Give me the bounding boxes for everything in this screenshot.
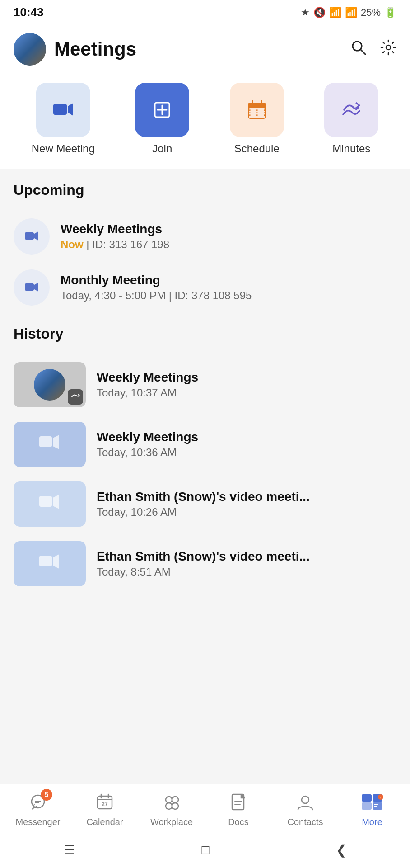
status-time: 10:43 bbox=[14, 5, 44, 19]
mute-icon: 🔇 bbox=[313, 7, 326, 19]
workplace-icon bbox=[160, 791, 183, 814]
video-thumb-icon bbox=[38, 553, 61, 575]
recent-apps-button[interactable]: ☰ bbox=[64, 843, 75, 858]
history-name: Weekly Meetings bbox=[97, 430, 396, 444]
search-icon[interactable] bbox=[350, 39, 367, 60]
svg-point-2 bbox=[386, 45, 391, 50]
svg-rect-18 bbox=[39, 436, 52, 447]
status-bar: 10:43 ★ 🔇 📶 📶 25% 🔋 bbox=[0, 0, 410, 25]
history-time: Today, 10:26 AM bbox=[97, 506, 396, 519]
minutes-label: Minutes bbox=[332, 142, 370, 155]
nav-item-workplace[interactable]: Workplace bbox=[149, 791, 194, 827]
svg-marker-17 bbox=[34, 283, 38, 292]
new-meeting-button[interactable] bbox=[36, 83, 90, 137]
now-badge: Now bbox=[61, 238, 84, 250]
meeting-datetime: Today, 4:30 - 5:00 PM bbox=[61, 289, 166, 302]
history-info: Ethan Smith (Snow)'s video meeti... Toda… bbox=[97, 490, 396, 519]
docs-icon bbox=[227, 791, 250, 814]
page-title: Meetings bbox=[54, 38, 136, 60]
meeting-name: Monthly Meeting bbox=[61, 273, 396, 288]
svg-marker-23 bbox=[53, 554, 59, 569]
history-section: History bbox=[0, 313, 410, 355]
new-meeting-action[interactable]: New Meeting bbox=[32, 83, 95, 155]
upcoming-section: Upcoming bbox=[0, 169, 410, 211]
quick-actions: New Meeting Join ⋮⋮⋮ Schedule bbox=[0, 74, 410, 169]
avatar[interactable] bbox=[14, 33, 46, 66]
schedule-label: Schedule bbox=[234, 142, 280, 155]
svg-rect-42 bbox=[362, 802, 372, 810]
messenger-badge: 5 bbox=[41, 789, 52, 801]
svg-text:✓: ✓ bbox=[379, 796, 382, 800]
svg-rect-40 bbox=[362, 794, 372, 802]
svg-marker-21 bbox=[53, 495, 59, 509]
messenger-icon: 5 bbox=[26, 791, 50, 814]
upcoming-list: Weekly Meetings Now | ID: 313 167 198 Mo… bbox=[0, 211, 410, 313]
history-name: Weekly Meetings bbox=[97, 370, 396, 385]
more-label: More bbox=[362, 817, 382, 827]
svg-point-33 bbox=[172, 797, 178, 803]
history-thumbnail bbox=[14, 422, 86, 467]
upcoming-item[interactable]: Monthly Meeting Today, 4:30 - 5:00 PM | … bbox=[14, 262, 396, 313]
nav-item-calendar[interactable]: 27 Calendar bbox=[82, 791, 127, 827]
minutes-button[interactable] bbox=[324, 83, 378, 137]
main-content: Upcoming Weekly Meetings Now | ID: 313 1… bbox=[0, 169, 410, 698]
history-item[interactable]: Ethan Smith (Snow)'s video meeti... Toda… bbox=[14, 474, 396, 534]
history-title: History bbox=[14, 326, 396, 342]
svg-point-35 bbox=[172, 803, 178, 809]
schedule-button[interactable]: ⋮⋮⋮ bbox=[230, 83, 284, 137]
video-thumb-icon bbox=[38, 493, 61, 515]
svg-marker-19 bbox=[53, 435, 59, 449]
svg-line-1 bbox=[361, 50, 365, 54]
status-icons: ★ 🔇 📶 📶 25% 🔋 bbox=[301, 7, 396, 19]
schedule-action[interactable]: ⋮⋮⋮ Schedule bbox=[230, 83, 284, 155]
meeting-separator: | bbox=[169, 289, 175, 302]
home-button[interactable]: □ bbox=[202, 843, 210, 857]
history-info: Weekly Meetings Today, 10:37 AM bbox=[97, 370, 396, 399]
history-item[interactable]: Weekly Meetings Today, 10:37 AM bbox=[14, 355, 396, 415]
history-name: Ethan Smith (Snow)'s video meeti... bbox=[97, 490, 396, 504]
join-label: Join bbox=[152, 142, 172, 155]
history-item[interactable]: Weekly Meetings Today, 10:36 AM bbox=[14, 415, 396, 474]
svg-rect-16 bbox=[25, 283, 34, 291]
nav-item-more[interactable]: ✓ More bbox=[349, 791, 395, 827]
history-list: Weekly Meetings Today, 10:37 AM Weekly M… bbox=[0, 355, 410, 594]
svg-point-32 bbox=[166, 797, 172, 803]
svg-rect-14 bbox=[25, 232, 34, 240]
svg-text:⋮⋮⋮: ⋮⋮⋮ bbox=[246, 109, 268, 117]
svg-rect-9 bbox=[248, 103, 266, 109]
meeting-info: Weekly Meetings Now | ID: 313 167 198 bbox=[61, 222, 396, 251]
upcoming-item[interactable]: Weekly Meetings Now | ID: 313 167 198 bbox=[14, 211, 396, 262]
contacts-icon bbox=[294, 791, 317, 814]
join-action[interactable]: Join bbox=[135, 83, 189, 155]
svg-rect-20 bbox=[39, 496, 52, 507]
join-button[interactable] bbox=[135, 83, 189, 137]
history-time: Today, 10:36 AM bbox=[97, 446, 396, 459]
history-thumbnail bbox=[14, 481, 86, 527]
wifi-icon: 📶 bbox=[329, 7, 341, 19]
nav-item-messenger[interactable]: 5 Messenger bbox=[15, 791, 61, 827]
docs-label: Docs bbox=[228, 817, 249, 827]
battery-level: 25% bbox=[361, 7, 381, 19]
minutes-badge bbox=[68, 389, 83, 405]
svg-rect-22 bbox=[39, 556, 52, 566]
back-button[interactable]: ❮ bbox=[336, 843, 346, 858]
settings-icon[interactable] bbox=[380, 39, 396, 60]
history-info: Ethan Smith (Snow)'s video meeti... Toda… bbox=[97, 549, 396, 578]
meeting-separator: | bbox=[86, 238, 92, 250]
more-icon: ✓ bbox=[360, 791, 384, 814]
calendar-icon: 27 bbox=[93, 791, 116, 814]
meeting-time: Now | ID: 313 167 198 bbox=[61, 238, 396, 251]
messenger-label: Messenger bbox=[16, 817, 61, 827]
header-left: Meetings bbox=[14, 33, 136, 66]
history-item[interactable]: Ethan Smith (Snow)'s video meeti... Toda… bbox=[14, 534, 396, 594]
nav-item-contacts[interactable]: Contacts bbox=[283, 791, 328, 827]
minutes-action[interactable]: Minutes bbox=[324, 83, 378, 155]
svg-point-39 bbox=[302, 796, 309, 803]
workplace-label: Workplace bbox=[150, 817, 193, 827]
video-thumb-icon bbox=[38, 434, 61, 456]
meeting-info: Monthly Meeting Today, 4:30 - 5:00 PM | … bbox=[61, 273, 396, 302]
android-nav-bar: ☰ □ ❮ bbox=[0, 832, 410, 868]
nav-item-docs[interactable]: Docs bbox=[216, 791, 261, 827]
meeting-icon bbox=[14, 269, 50, 306]
svg-marker-4 bbox=[68, 103, 73, 116]
